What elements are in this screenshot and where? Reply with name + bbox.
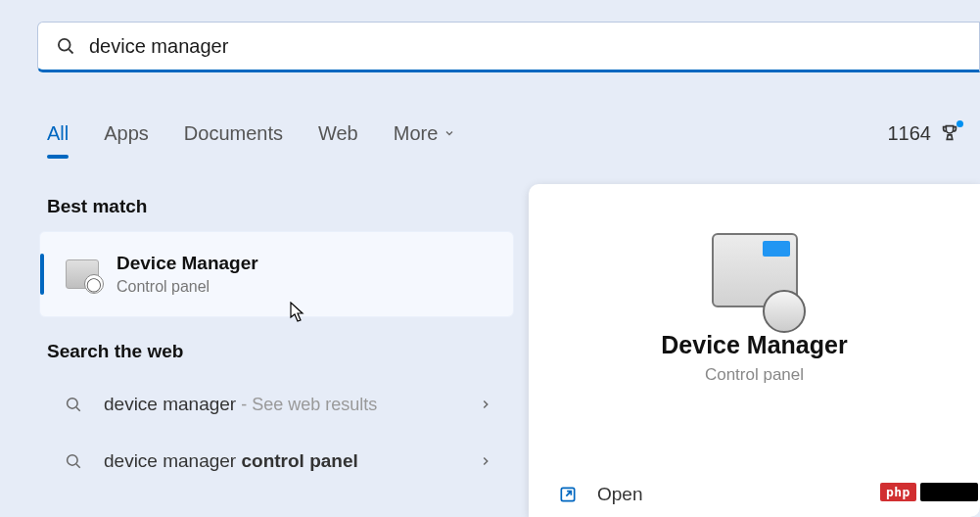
- search-input[interactable]: [79, 35, 965, 58]
- svg-line-1: [69, 49, 72, 53]
- search-icon: [65, 452, 82, 470]
- search-results: Best match Device Manager Control panel …: [39, 196, 514, 490]
- detail-subtitle: Control panel: [558, 365, 951, 385]
- svg-point-2: [68, 399, 78, 409]
- svg-point-0: [59, 39, 70, 51]
- web-result-2[interactable]: device manager control panel: [39, 433, 514, 490]
- watermark-logo: php: [880, 483, 978, 501]
- web-result-1[interactable]: device manager - See web results: [39, 376, 514, 433]
- detail-panel: Device Manager Control panel Open: [529, 184, 980, 517]
- tab-all[interactable]: All: [47, 122, 69, 145]
- chevron-right-icon: [479, 398, 492, 411]
- svg-line-5: [76, 464, 80, 468]
- open-action[interactable]: Open: [558, 484, 642, 505]
- device-manager-large-icon: [712, 233, 798, 307]
- tab-apps[interactable]: Apps: [104, 122, 149, 145]
- rewards-points[interactable]: 1164: [888, 122, 961, 145]
- chevron-right-icon: [479, 454, 492, 468]
- trophy-icon: [939, 122, 960, 144]
- best-match-heading: Best match: [47, 196, 514, 217]
- detail-title: Device Manager: [558, 331, 951, 359]
- tab-more[interactable]: More: [394, 122, 456, 145]
- web-result-text: device manager - See web results: [104, 394, 377, 415]
- tab-documents[interactable]: Documents: [184, 122, 283, 145]
- device-manager-icon: [66, 259, 99, 289]
- web-heading: Search the web: [47, 341, 514, 362]
- search-icon: [52, 36, 79, 56]
- best-match-title: Device Manager: [117, 251, 258, 276]
- svg-point-4: [68, 455, 78, 466]
- svg-line-3: [76, 407, 80, 411]
- tab-more-label: More: [394, 122, 439, 145]
- chevron-down-icon: [443, 127, 455, 139]
- best-match-item[interactable]: Device Manager Control panel: [39, 231, 514, 317]
- watermark-black: [920, 483, 978, 501]
- open-label: Open: [597, 484, 642, 505]
- points-value: 1164: [888, 122, 932, 145]
- search-bar[interactable]: [37, 22, 980, 72]
- tab-web[interactable]: Web: [318, 122, 358, 145]
- search-tabs: All Apps Documents Web More 1164: [47, 114, 960, 153]
- watermark-red: php: [880, 483, 916, 501]
- best-match-subtitle: Control panel: [117, 276, 258, 298]
- web-result-text: device manager control panel: [104, 450, 358, 472]
- open-external-icon: [558, 485, 578, 504]
- search-icon: [65, 396, 82, 413]
